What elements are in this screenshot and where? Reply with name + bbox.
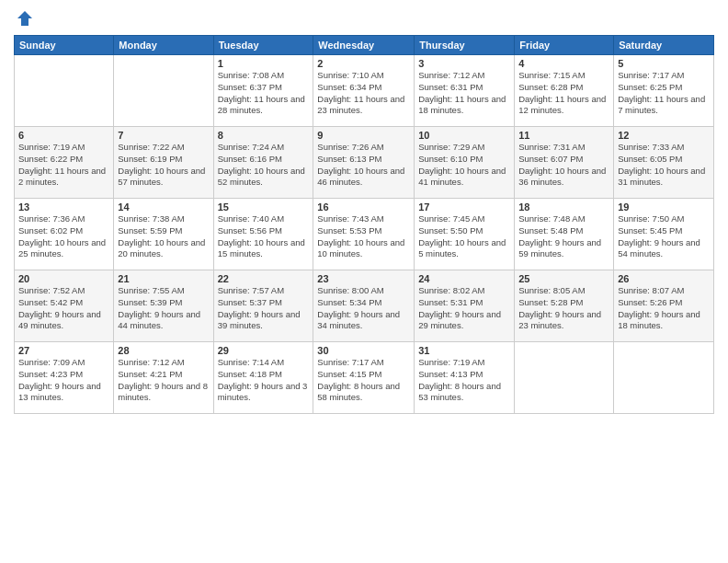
day-number: 17 bbox=[418, 201, 510, 213]
day-info: Sunrise: 7:10 AM Sunset: 6:34 PM Dayligh… bbox=[317, 70, 410, 117]
calendar-cell: 5Sunrise: 7:17 AM Sunset: 6:25 PM Daylig… bbox=[614, 55, 714, 127]
calendar-cell: 30Sunrise: 7:17 AM Sunset: 4:15 PM Dayli… bbox=[313, 342, 415, 414]
day-info: Sunrise: 7:17 AM Sunset: 6:25 PM Dayligh… bbox=[618, 70, 710, 117]
calendar-cell: 21Sunrise: 7:55 AM Sunset: 5:39 PM Dayli… bbox=[114, 270, 213, 342]
day-info: Sunrise: 7:26 AM Sunset: 6:13 PM Dayligh… bbox=[317, 142, 410, 189]
col-header-sunday: Sunday bbox=[15, 36, 114, 55]
logo-icon bbox=[16, 9, 34, 28]
calendar-cell: 16Sunrise: 7:43 AM Sunset: 5:53 PM Dayli… bbox=[313, 199, 415, 270]
calendar-cell: 31Sunrise: 7:19 AM Sunset: 4:13 PM Dayli… bbox=[415, 342, 515, 414]
day-info: Sunrise: 7:09 AM Sunset: 4:23 PM Dayligh… bbox=[18, 357, 109, 404]
day-number: 18 bbox=[518, 201, 609, 213]
week-row-1: 1Sunrise: 7:08 AM Sunset: 6:37 PM Daylig… bbox=[15, 55, 714, 127]
day-number: 27 bbox=[18, 345, 109, 356]
day-info: Sunrise: 7:15 AM Sunset: 6:28 PM Dayligh… bbox=[518, 70, 609, 117]
col-header-monday: Monday bbox=[114, 36, 213, 55]
day-number: 14 bbox=[118, 201, 209, 213]
day-info: Sunrise: 7:48 AM Sunset: 5:48 PM Dayligh… bbox=[518, 213, 609, 260]
day-number: 30 bbox=[317, 345, 410, 356]
week-row-4: 20Sunrise: 7:52 AM Sunset: 5:42 PM Dayli… bbox=[15, 270, 714, 342]
day-info: Sunrise: 7:19 AM Sunset: 4:13 PM Dayligh… bbox=[418, 357, 510, 404]
day-info: Sunrise: 7:12 AM Sunset: 4:21 PM Dayligh… bbox=[118, 357, 209, 404]
calendar-cell: 2Sunrise: 7:10 AM Sunset: 6:34 PM Daylig… bbox=[313, 55, 415, 127]
day-info: Sunrise: 7:55 AM Sunset: 5:39 PM Dayligh… bbox=[118, 285, 209, 332]
calendar-cell: 3Sunrise: 7:12 AM Sunset: 6:31 PM Daylig… bbox=[415, 55, 515, 127]
calendar-cell: 20Sunrise: 7:52 AM Sunset: 5:42 PM Dayli… bbox=[15, 270, 114, 342]
col-header-saturday: Saturday bbox=[614, 36, 714, 55]
logo bbox=[14, 9, 34, 28]
day-number: 28 bbox=[118, 345, 209, 356]
calendar-cell: 15Sunrise: 7:40 AM Sunset: 5:56 PM Dayli… bbox=[213, 199, 313, 270]
calendar-cell: 19Sunrise: 7:50 AM Sunset: 5:45 PM Dayli… bbox=[614, 199, 714, 270]
calendar-cell: 18Sunrise: 7:48 AM Sunset: 5:48 PM Dayli… bbox=[515, 199, 614, 270]
day-number: 7 bbox=[118, 130, 209, 141]
day-number: 12 bbox=[618, 130, 710, 141]
day-number: 5 bbox=[618, 58, 710, 69]
day-number: 4 bbox=[518, 58, 609, 69]
day-info: Sunrise: 7:17 AM Sunset: 4:15 PM Dayligh… bbox=[317, 357, 410, 404]
calendar-cell: 6Sunrise: 7:19 AM Sunset: 6:22 PM Daylig… bbox=[15, 127, 114, 199]
calendar-cell bbox=[614, 342, 714, 414]
day-info: Sunrise: 7:43 AM Sunset: 5:53 PM Dayligh… bbox=[317, 213, 410, 260]
calendar-cell: 27Sunrise: 7:09 AM Sunset: 4:23 PM Dayli… bbox=[15, 342, 114, 414]
calendar-cell bbox=[515, 342, 614, 414]
day-info: Sunrise: 7:33 AM Sunset: 6:05 PM Dayligh… bbox=[618, 142, 710, 189]
week-row-2: 6Sunrise: 7:19 AM Sunset: 6:22 PM Daylig… bbox=[15, 127, 714, 199]
calendar-cell: 13Sunrise: 7:36 AM Sunset: 6:02 PM Dayli… bbox=[15, 199, 114, 270]
day-info: Sunrise: 7:19 AM Sunset: 6:22 PM Dayligh… bbox=[18, 142, 109, 189]
col-header-wednesday: Wednesday bbox=[313, 36, 415, 55]
day-number: 26 bbox=[618, 273, 710, 284]
header bbox=[14, 9, 714, 28]
day-number: 13 bbox=[18, 201, 109, 213]
day-number: 20 bbox=[18, 273, 109, 284]
calendar-cell: 1Sunrise: 7:08 AM Sunset: 6:37 PM Daylig… bbox=[213, 55, 313, 127]
calendar-cell: 4Sunrise: 7:15 AM Sunset: 6:28 PM Daylig… bbox=[515, 55, 614, 127]
day-number: 15 bbox=[218, 201, 310, 213]
day-number: 1 bbox=[218, 58, 310, 69]
calendar-cell: 9Sunrise: 7:26 AM Sunset: 6:13 PM Daylig… bbox=[313, 127, 415, 199]
day-number: 3 bbox=[418, 58, 510, 69]
calendar-cell: 10Sunrise: 7:29 AM Sunset: 6:10 PM Dayli… bbox=[415, 127, 515, 199]
calendar-cell bbox=[114, 55, 213, 127]
day-info: Sunrise: 8:05 AM Sunset: 5:28 PM Dayligh… bbox=[518, 285, 609, 332]
day-info: Sunrise: 7:38 AM Sunset: 5:59 PM Dayligh… bbox=[118, 213, 209, 260]
day-number: 2 bbox=[317, 58, 410, 69]
week-row-3: 13Sunrise: 7:36 AM Sunset: 6:02 PM Dayli… bbox=[15, 199, 714, 270]
col-header-thursday: Thursday bbox=[415, 36, 515, 55]
day-info: Sunrise: 7:31 AM Sunset: 6:07 PM Dayligh… bbox=[518, 142, 609, 189]
header-row: SundayMondayTuesdayWednesdayThursdayFrid… bbox=[15, 36, 714, 55]
day-info: Sunrise: 7:36 AM Sunset: 6:02 PM Dayligh… bbox=[18, 213, 109, 260]
day-number: 6 bbox=[18, 130, 109, 141]
col-header-tuesday: Tuesday bbox=[213, 36, 313, 55]
calendar-cell: 8Sunrise: 7:24 AM Sunset: 6:16 PM Daylig… bbox=[213, 127, 313, 199]
day-info: Sunrise: 7:57 AM Sunset: 5:37 PM Dayligh… bbox=[218, 285, 310, 332]
day-info: Sunrise: 7:45 AM Sunset: 5:50 PM Dayligh… bbox=[418, 213, 510, 260]
calendar-cell: 12Sunrise: 7:33 AM Sunset: 6:05 PM Dayli… bbox=[614, 127, 714, 199]
calendar-table: SundayMondayTuesdayWednesdayThursdayFrid… bbox=[14, 35, 714, 414]
day-info: Sunrise: 7:40 AM Sunset: 5:56 PM Dayligh… bbox=[218, 213, 310, 260]
day-info: Sunrise: 7:52 AM Sunset: 5:42 PM Dayligh… bbox=[18, 285, 109, 332]
day-info: Sunrise: 7:14 AM Sunset: 4:18 PM Dayligh… bbox=[218, 357, 310, 404]
calendar-cell: 22Sunrise: 7:57 AM Sunset: 5:37 PM Dayli… bbox=[213, 270, 313, 342]
calendar-cell: 24Sunrise: 8:02 AM Sunset: 5:31 PM Dayli… bbox=[415, 270, 515, 342]
day-number: 9 bbox=[317, 130, 410, 141]
day-info: Sunrise: 8:02 AM Sunset: 5:31 PM Dayligh… bbox=[418, 285, 510, 332]
day-info: Sunrise: 7:12 AM Sunset: 6:31 PM Dayligh… bbox=[418, 70, 510, 117]
day-number: 29 bbox=[218, 345, 310, 356]
day-info: Sunrise: 7:08 AM Sunset: 6:37 PM Dayligh… bbox=[218, 70, 310, 117]
day-number: 24 bbox=[418, 273, 510, 284]
day-info: Sunrise: 7:29 AM Sunset: 6:10 PM Dayligh… bbox=[418, 142, 510, 189]
day-number: 25 bbox=[518, 273, 609, 284]
day-number: 11 bbox=[518, 130, 609, 141]
page: SundayMondayTuesdayWednesdayThursdayFrid… bbox=[0, 0, 728, 563]
day-number: 16 bbox=[317, 201, 410, 213]
calendar-cell: 7Sunrise: 7:22 AM Sunset: 6:19 PM Daylig… bbox=[114, 127, 213, 199]
calendar-cell: 23Sunrise: 8:00 AM Sunset: 5:34 PM Dayli… bbox=[313, 270, 415, 342]
day-info: Sunrise: 7:50 AM Sunset: 5:45 PM Dayligh… bbox=[618, 213, 710, 260]
day-number: 8 bbox=[218, 130, 310, 141]
calendar-cell: 25Sunrise: 8:05 AM Sunset: 5:28 PM Dayli… bbox=[515, 270, 614, 342]
week-row-5: 27Sunrise: 7:09 AM Sunset: 4:23 PM Dayli… bbox=[15, 342, 714, 414]
calendar-cell: 28Sunrise: 7:12 AM Sunset: 4:21 PM Dayli… bbox=[114, 342, 213, 414]
calendar-cell: 29Sunrise: 7:14 AM Sunset: 4:18 PM Dayli… bbox=[213, 342, 313, 414]
calendar-cell: 11Sunrise: 7:31 AM Sunset: 6:07 PM Dayli… bbox=[515, 127, 614, 199]
